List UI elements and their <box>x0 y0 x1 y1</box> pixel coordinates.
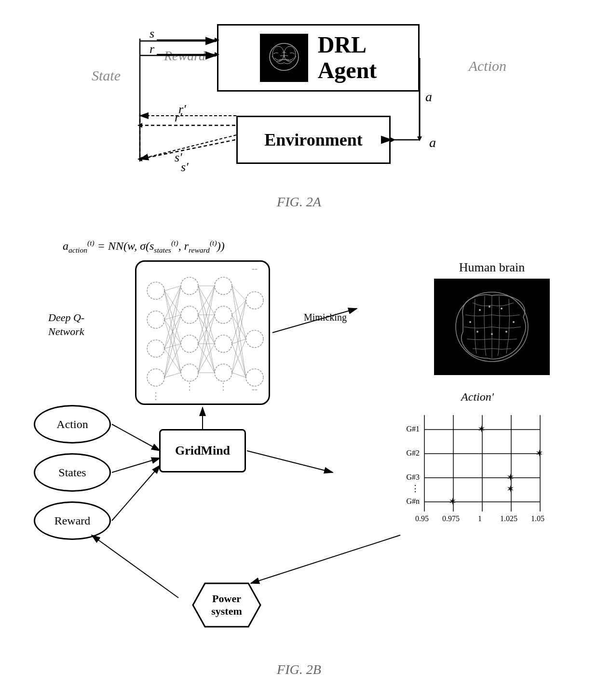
svg-text:Mimicking: Mimicking <box>304 312 347 323</box>
svg-point-39 <box>147 340 164 357</box>
svg-text:G#n: G#n <box>406 497 420 505</box>
svg-line-33 <box>140 140 235 159</box>
action-chart: Action' ⋮ 0.95 0.975 1 1.025 <box>395 390 559 525</box>
svg-point-48 <box>215 306 232 323</box>
svg-point-106 <box>513 321 515 323</box>
dqn-label: Deep Q-Network <box>48 311 84 338</box>
svg-text:1.05: 1.05 <box>531 514 544 523</box>
fig2a-title: FIG. 2A <box>82 194 516 210</box>
neural-network-box: ⋮ ⋮ ⋮ -- -- <box>135 260 270 405</box>
svg-point-44 <box>181 335 198 352</box>
svg-point-40 <box>147 369 164 386</box>
svg-line-57 <box>164 286 181 291</box>
svg-text:⋮: ⋮ <box>411 484 420 493</box>
svg-text:0.975: 0.975 <box>442 514 460 523</box>
svg-line-100 <box>232 373 246 377</box>
fig2a-container: DRLAgent Environment State Reward Action… <box>82 10 516 212</box>
svg-point-3 <box>284 56 285 57</box>
svg-text:⋮: ⋮ <box>218 381 228 391</box>
environment-box: Environment <box>236 116 391 164</box>
human-brain-icon <box>444 288 540 365</box>
svg-line-98 <box>232 300 246 373</box>
power-system-label: Powersystem <box>211 592 242 618</box>
svg-text:--: -- <box>252 264 258 273</box>
svg-marker-34 <box>137 157 142 162</box>
svg-point-107 <box>476 331 478 333</box>
svg-text:--: -- <box>252 384 258 394</box>
action-prime-title: Action' <box>395 390 559 404</box>
svg-line-144 <box>92 535 178 598</box>
svg-line-139 <box>112 458 160 472</box>
svg-text:1: 1 <box>478 514 482 523</box>
svg-marker-32 <box>137 123 142 128</box>
svg-line-136 <box>272 309 357 333</box>
svg-line-93 <box>232 315 246 339</box>
action-ellipse: Action <box>34 405 111 444</box>
svg-text:s: s <box>150 27 154 40</box>
svg-point-50 <box>215 364 232 381</box>
state-label: State <box>92 67 121 84</box>
fig2b-title: FIG. 2B <box>34 662 564 677</box>
svg-text:✶: ✶ <box>535 448 544 458</box>
svg-point-43 <box>181 306 198 323</box>
svg-point-104 <box>501 308 503 310</box>
svg-text:G#1: G#1 <box>406 425 420 433</box>
svg-text:s': s' <box>181 160 189 174</box>
svg-point-52 <box>246 292 263 309</box>
svg-point-109 <box>491 333 493 335</box>
svg-point-53 <box>246 330 263 348</box>
svg-point-54 <box>246 369 263 386</box>
svg-line-97 <box>232 344 246 377</box>
svg-line-142 <box>247 451 333 472</box>
svg-text:a: a <box>425 89 432 104</box>
svg-text:s': s' <box>175 150 182 164</box>
svg-text:✶: ✶ <box>448 496 457 507</box>
svg-point-42 <box>181 277 198 295</box>
page-container: DRLAgent Environment State Reward Action… <box>0 0 598 700</box>
action-chart-svg: ⋮ 0.95 0.975 1 1.025 1.05 G#1 G#2 G#3 G#… <box>395 405 559 531</box>
svg-line-138 <box>112 424 160 451</box>
power-system: Powersystem <box>178 579 275 632</box>
fig2b-container: aaction(t) = NN(w, σ(sstates(t), rreward… <box>34 236 564 680</box>
svg-point-47 <box>215 277 232 295</box>
human-brain-title: Human brain <box>424 260 559 275</box>
human-brain-image <box>434 279 550 375</box>
svg-text:⋮: ⋮ <box>151 390 161 401</box>
svg-text:✶: ✶ <box>506 484 515 494</box>
svg-line-72 <box>164 373 181 377</box>
svg-text:✶: ✶ <box>477 424 486 434</box>
svg-line-65 <box>164 286 181 349</box>
drl-brain-image <box>260 34 308 82</box>
svg-line-69 <box>164 286 181 377</box>
svg-marker-10 <box>391 137 395 142</box>
svg-text:a: a <box>429 135 436 150</box>
svg-point-108 <box>505 331 507 333</box>
gridmind-box: GridMind <box>159 429 246 472</box>
svg-text:r': r' <box>175 110 182 124</box>
environment-label: Environment <box>264 130 362 150</box>
svg-line-143 <box>251 535 400 583</box>
svg-marker-27 <box>417 136 422 141</box>
svg-line-96 <box>232 339 246 344</box>
svg-point-37 <box>147 282 164 299</box>
drl-label: DRLAgent <box>318 32 377 83</box>
svg-text:r: r <box>150 42 155 56</box>
svg-text:G#2: G#2 <box>406 449 420 457</box>
human-brain-section: Human brain <box>424 260 559 375</box>
brain-icon <box>265 39 303 77</box>
svg-line-140 <box>112 465 160 521</box>
svg-text:0.95: 0.95 <box>415 514 429 523</box>
formula-text: aaction(t) = NN(w, σ(sstates(t), rreward… <box>63 239 225 255</box>
svg-point-102 <box>479 309 481 311</box>
svg-line-70 <box>164 315 181 377</box>
svg-text:r': r' <box>178 102 186 116</box>
svg-point-105 <box>469 321 471 323</box>
states-ellipse: States <box>34 453 111 492</box>
action-label: Action <box>469 58 506 74</box>
svg-point-38 <box>147 311 164 328</box>
svg-point-49 <box>215 335 232 352</box>
svg-text:⋮: ⋮ <box>185 381 194 391</box>
neural-network-diagram: ⋮ ⋮ ⋮ -- -- <box>136 262 270 405</box>
svg-point-103 <box>489 306 490 308</box>
svg-line-12 <box>140 135 236 159</box>
